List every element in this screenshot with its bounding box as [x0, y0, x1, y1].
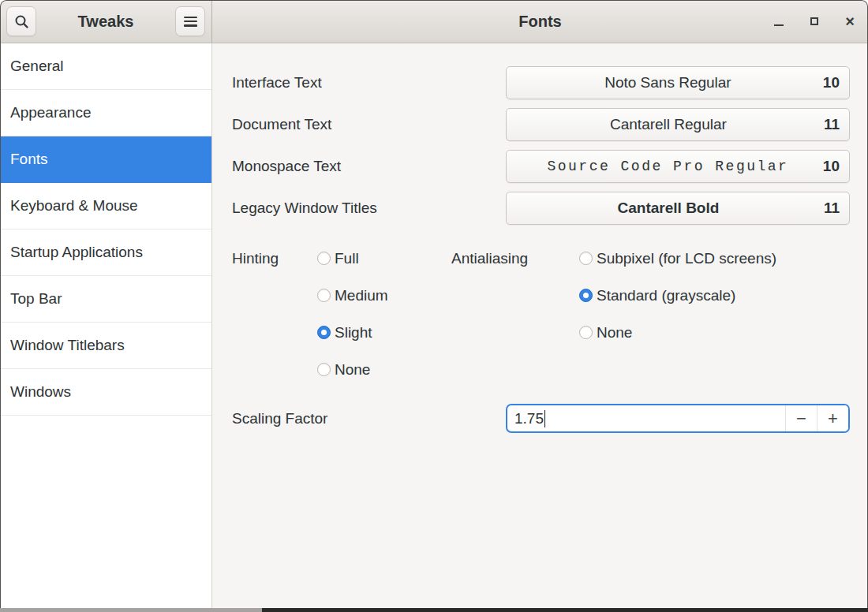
- sidebar-item-top-bar[interactable]: Top Bar: [0, 276, 211, 323]
- antialiasing-label: Antialiasing: [451, 240, 528, 277]
- bottom-edge-dark: [262, 608, 868, 612]
- sidebar-item-general[interactable]: General: [0, 43, 211, 90]
- sidebar-headerbar: Tweaks: [0, 0, 212, 43]
- scaling-factor-label: Scaling Factor: [232, 410, 506, 427]
- hinting-label: Hinting: [232, 240, 279, 277]
- radio-option-label: Subpixel (for LCD screens): [597, 250, 776, 267]
- search-icon: [14, 14, 29, 29]
- font-size: 11: [824, 200, 840, 217]
- radio-icon-unchecked: [317, 289, 331, 302]
- sidebar-item-appearance[interactable]: Appearance: [0, 90, 211, 136]
- main-headerbar: Fonts ×: [212, 0, 868, 43]
- hinting-radio-group: FullMediumSlightNone: [317, 240, 388, 388]
- close-icon: ×: [845, 14, 855, 28]
- window-controls: ×: [772, 0, 857, 43]
- rendering-options: Hinting FullMediumSlightNone Antialiasin…: [232, 240, 850, 388]
- search-button[interactable]: [6, 6, 36, 36]
- sidebar-item-windows[interactable]: Windows: [0, 369, 211, 416]
- font-size: 11: [824, 116, 840, 133]
- font-chooser-button-interface-text[interactable]: Noto Sans Regular10: [506, 66, 850, 99]
- sidebar-item-label: Appearance: [10, 104, 91, 121]
- sidebar-item-keyboard-mouse[interactable]: Keyboard & Mouse: [0, 183, 211, 230]
- main-area: GeneralAppearanceFontsKeyboard & MouseSt…: [0, 43, 868, 608]
- sidebar-item-label: Keyboard & Mouse: [10, 197, 138, 215]
- titlebar: Tweaks Fonts ×: [0, 0, 868, 43]
- font-row-document-text: Document TextCantarell Regular11: [232, 108, 850, 141]
- font-settings-rows: Interface TextNoto Sans Regular10Documen…: [232, 66, 850, 225]
- sidebar-item-label: General: [10, 58, 64, 75]
- radio-option-label: Full: [335, 250, 359, 267]
- close-button[interactable]: ×: [843, 14, 857, 28]
- radio-option-label: Medium: [335, 287, 388, 304]
- scaling-factor-row: Scaling Factor 1.75 − +: [232, 404, 850, 433]
- sidebar-item-label: Windows: [10, 383, 71, 401]
- sidebar-item-fonts[interactable]: Fonts: [0, 136, 211, 183]
- font-size: 10: [823, 158, 840, 175]
- sidebar-item-label: Fonts: [10, 151, 48, 168]
- minimize-button[interactable]: [772, 14, 786, 28]
- font-row-interface-text: Interface TextNoto Sans Regular10: [232, 66, 850, 99]
- minimize-icon: [774, 24, 784, 27]
- radio-option-standard-grayscale[interactable]: Standard (grayscale): [579, 277, 776, 314]
- antialiasing-radio-group: Subpixel (for LCD screens)Standard (gray…: [579, 240, 776, 351]
- increment-button[interactable]: +: [817, 405, 848, 431]
- bottom-edge-gray: [0, 608, 262, 612]
- scaling-factor-value: 1.75: [514, 410, 544, 427]
- sidebar-item-label: Startup Applications: [10, 244, 143, 261]
- radio-icon-unchecked: [317, 363, 331, 376]
- radio-icon-unchecked: [317, 252, 331, 265]
- font-row-label: Monospace Text: [232, 158, 506, 175]
- radio-option-slight[interactable]: Slight: [317, 314, 388, 351]
- hamburger-icon: [184, 17, 197, 27]
- font-row-label: Legacy Window Titles: [232, 200, 506, 217]
- sidebar-item-window-titlebars[interactable]: Window Titlebars: [0, 323, 211, 369]
- font-row-monospace-text: Monospace TextSource Code Pro Regular10: [232, 150, 850, 183]
- scaling-factor-input[interactable]: 1.75: [507, 405, 785, 431]
- radio-option-full[interactable]: Full: [317, 240, 388, 277]
- maximize-icon: [810, 17, 818, 25]
- radio-option-label: None: [335, 361, 370, 379]
- radio-icon-checked: [579, 289, 593, 302]
- sidebar: GeneralAppearanceFontsKeyboard & MouseSt…: [0, 43, 212, 608]
- font-chooser-button-document-text[interactable]: Cantarell Regular11: [506, 108, 850, 141]
- radio-option-label: None: [597, 324, 632, 341]
- font-name: Source Code Pro Regular: [516, 159, 820, 174]
- font-chooser-button-monospace-text[interactable]: Source Code Pro Regular10: [506, 150, 850, 183]
- radio-option-medium[interactable]: Medium: [317, 277, 388, 314]
- menu-button[interactable]: [175, 6, 205, 36]
- bottom-window-edge: [0, 608, 868, 612]
- sidebar-item-label: Window Titlebars: [10, 337, 125, 354]
- page-title: Fonts: [518, 13, 561, 31]
- font-size: 10: [823, 74, 840, 91]
- radio-option-label: Slight: [335, 324, 372, 341]
- decrement-button[interactable]: −: [785, 405, 817, 431]
- maximize-button[interactable]: [807, 14, 821, 28]
- fonts-panel: Interface TextNoto Sans Regular10Documen…: [212, 43, 868, 608]
- font-name: Noto Sans Regular: [516, 74, 820, 91]
- font-chooser-button-legacy-window-titles[interactable]: Cantarell Bold11: [506, 192, 850, 225]
- font-row-label: Interface Text: [232, 74, 506, 91]
- font-row-legacy-window-titles: Legacy Window TitlesCantarell Bold11: [232, 192, 850, 225]
- radio-icon-unchecked: [579, 326, 593, 339]
- radio-option-label: Standard (grayscale): [597, 287, 735, 304]
- tweaks-window: Tweaks Fonts × GeneralAppearanceFontsKey…: [0, 0, 868, 612]
- sidebar-item-label: Top Bar: [10, 290, 62, 308]
- font-name: Cantarell Regular: [516, 116, 821, 133]
- sidebar-item-startup-applications[interactable]: Startup Applications: [0, 230, 211, 276]
- radio-option-subpixel-for-lcd-screens[interactable]: Subpixel (for LCD screens): [579, 240, 776, 277]
- font-name: Cantarell Bold: [516, 200, 821, 217]
- radio-option-none[interactable]: None: [317, 351, 388, 388]
- text-cursor: [544, 410, 546, 427]
- font-row-label: Document Text: [232, 116, 506, 133]
- app-title: Tweaks: [78, 13, 134, 31]
- radio-icon-checked: [317, 326, 331, 339]
- scaling-factor-spinbutton: 1.75 − +: [506, 404, 850, 433]
- radio-icon-unchecked: [579, 252, 593, 265]
- radio-option-none[interactable]: None: [579, 314, 776, 351]
